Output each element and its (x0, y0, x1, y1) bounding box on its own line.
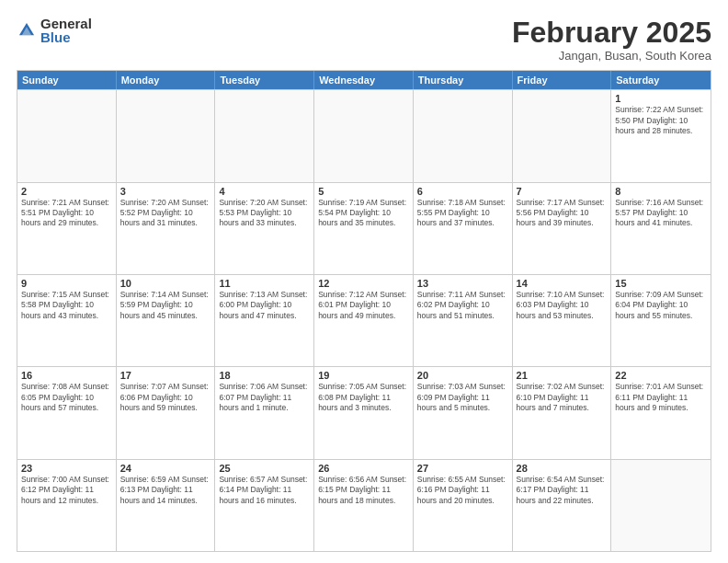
day-number: 1 (615, 93, 707, 104)
day-info: Sunrise: 7:22 AM Sunset: 5:50 PM Dayligh… (615, 105, 707, 136)
day-number: 18 (219, 370, 310, 381)
calendar-cell: 2Sunrise: 7:21 AM Sunset: 5:51 PM Daylig… (17, 183, 117, 274)
calendar-cell (513, 90, 612, 181)
day-info: Sunrise: 7:10 AM Sunset: 6:03 PM Dayligh… (517, 290, 608, 321)
day-info: Sunrise: 7:07 AM Sunset: 6:06 PM Dayligh… (120, 382, 211, 413)
location: Jangan, Busan, South Korea (512, 49, 711, 63)
calendar-cell: 10Sunrise: 7:14 AM Sunset: 5:59 PM Dayli… (117, 275, 216, 366)
calendar: SundayMondayTuesdayWednesdayThursdayFrid… (17, 70, 711, 552)
day-number: 10 (120, 278, 211, 289)
day-number: 12 (318, 278, 409, 289)
weekday-header: Monday (117, 71, 216, 89)
calendar-cell: 8Sunrise: 7:16 AM Sunset: 5:57 PM Daylig… (611, 183, 711, 274)
day-info: Sunrise: 7:08 AM Sunset: 6:05 PM Dayligh… (21, 382, 112, 413)
day-info: Sunrise: 7:13 AM Sunset: 6:00 PM Dayligh… (219, 290, 310, 321)
calendar-cell: 25Sunrise: 6:57 AM Sunset: 6:14 PM Dayli… (215, 460, 314, 551)
weekday-header: Friday (513, 71, 612, 89)
calendar-cell: 5Sunrise: 7:19 AM Sunset: 5:54 PM Daylig… (314, 183, 414, 274)
day-info: Sunrise: 7:16 AM Sunset: 5:57 PM Dayligh… (615, 198, 707, 229)
day-number: 19 (318, 370, 409, 381)
header-right: February 2025 Jangan, Busan, South Korea (512, 17, 711, 63)
day-number: 26 (318, 463, 409, 474)
calendar-cell: 27Sunrise: 6:55 AM Sunset: 6:16 PM Dayli… (414, 460, 513, 551)
calendar-cell: 14Sunrise: 7:10 AM Sunset: 6:03 PM Dayli… (513, 275, 612, 366)
day-number: 20 (417, 370, 508, 381)
day-info: Sunrise: 6:59 AM Sunset: 6:13 PM Dayligh… (120, 475, 211, 506)
calendar-cell (414, 90, 513, 181)
day-number: 11 (219, 278, 310, 289)
day-number: 8 (615, 186, 707, 197)
month-title: February 2025 (512, 17, 711, 49)
day-info: Sunrise: 7:11 AM Sunset: 6:02 PM Dayligh… (417, 290, 508, 321)
logo-text: General Blue (40, 17, 92, 44)
calendar-cell: 19Sunrise: 7:05 AM Sunset: 6:08 PM Dayli… (314, 367, 414, 458)
day-number: 5 (318, 186, 409, 197)
page: General Blue February 2025 Jangan, Busan… (0, 0, 728, 563)
day-number: 21 (517, 370, 608, 381)
calendar-cell: 12Sunrise: 7:12 AM Sunset: 6:01 PM Dayli… (314, 275, 414, 366)
calendar-cell: 20Sunrise: 7:03 AM Sunset: 6:09 PM Dayli… (414, 367, 513, 458)
day-number: 27 (417, 463, 508, 474)
calendar-cell: 22Sunrise: 7:01 AM Sunset: 6:11 PM Dayli… (611, 367, 711, 458)
calendar-cell: 13Sunrise: 7:11 AM Sunset: 6:02 PM Dayli… (414, 275, 513, 366)
day-info: Sunrise: 7:17 AM Sunset: 5:56 PM Dayligh… (517, 198, 608, 229)
day-number: 17 (120, 370, 211, 381)
calendar-cell: 1Sunrise: 7:22 AM Sunset: 5:50 PM Daylig… (611, 90, 711, 181)
calendar-cell: 21Sunrise: 7:02 AM Sunset: 6:10 PM Dayli… (513, 367, 612, 458)
calendar-cell (611, 460, 711, 551)
calendar-row: 9Sunrise: 7:15 AM Sunset: 5:58 PM Daylig… (17, 274, 711, 366)
calendar-cell: 18Sunrise: 7:06 AM Sunset: 6:07 PM Dayli… (215, 367, 314, 458)
weekday-header: Saturday (611, 71, 711, 89)
calendar-cell (314, 90, 414, 181)
day-number: 4 (219, 186, 310, 197)
day-number: 22 (615, 370, 707, 381)
day-info: Sunrise: 6:55 AM Sunset: 6:16 PM Dayligh… (417, 475, 508, 506)
day-info: Sunrise: 7:18 AM Sunset: 5:55 PM Dayligh… (417, 198, 508, 229)
day-number: 16 (21, 370, 112, 381)
day-info: Sunrise: 7:20 AM Sunset: 5:53 PM Dayligh… (219, 198, 310, 229)
day-number: 6 (417, 186, 508, 197)
day-number: 24 (120, 463, 211, 474)
day-info: Sunrise: 7:21 AM Sunset: 5:51 PM Dayligh… (21, 198, 112, 229)
calendar-cell: 15Sunrise: 7:09 AM Sunset: 6:04 PM Dayli… (611, 275, 711, 366)
day-number: 14 (517, 278, 608, 289)
weekday-header: Thursday (414, 71, 513, 89)
day-number: 25 (219, 463, 310, 474)
day-number: 23 (21, 463, 112, 474)
calendar-cell: 3Sunrise: 7:20 AM Sunset: 5:52 PM Daylig… (117, 183, 216, 274)
logo-icon (17, 20, 37, 40)
day-info: Sunrise: 7:09 AM Sunset: 6:04 PM Dayligh… (615, 290, 707, 321)
calendar-row: 16Sunrise: 7:08 AM Sunset: 6:05 PM Dayli… (17, 366, 711, 458)
calendar-cell: 24Sunrise: 6:59 AM Sunset: 6:13 PM Dayli… (117, 460, 216, 551)
weekday-header: Sunday (17, 71, 117, 89)
day-number: 9 (21, 278, 112, 289)
calendar-body: 1Sunrise: 7:22 AM Sunset: 5:50 PM Daylig… (17, 89, 711, 551)
day-info: Sunrise: 7:03 AM Sunset: 6:09 PM Dayligh… (417, 382, 508, 413)
calendar-cell: 6Sunrise: 7:18 AM Sunset: 5:55 PM Daylig… (414, 183, 513, 274)
weekday-header: Wednesday (314, 71, 414, 89)
day-info: Sunrise: 7:01 AM Sunset: 6:11 PM Dayligh… (615, 382, 707, 413)
calendar-cell: 16Sunrise: 7:08 AM Sunset: 6:05 PM Dayli… (17, 367, 117, 458)
day-info: Sunrise: 7:15 AM Sunset: 5:58 PM Dayligh… (21, 290, 112, 321)
calendar-header: SundayMondayTuesdayWednesdayThursdayFrid… (17, 71, 711, 89)
day-info: Sunrise: 6:57 AM Sunset: 6:14 PM Dayligh… (219, 475, 310, 506)
day-number: 13 (417, 278, 508, 289)
day-info: Sunrise: 7:20 AM Sunset: 5:52 PM Dayligh… (120, 198, 211, 229)
day-info: Sunrise: 7:14 AM Sunset: 5:59 PM Dayligh… (120, 290, 211, 321)
day-info: Sunrise: 7:19 AM Sunset: 5:54 PM Dayligh… (318, 198, 409, 229)
day-number: 28 (517, 463, 608, 474)
day-info: Sunrise: 6:54 AM Sunset: 6:17 PM Dayligh… (517, 475, 608, 506)
day-info: Sunrise: 7:05 AM Sunset: 6:08 PM Dayligh… (318, 382, 409, 413)
calendar-cell: 17Sunrise: 7:07 AM Sunset: 6:06 PM Dayli… (117, 367, 216, 458)
day-info: Sunrise: 7:00 AM Sunset: 6:12 PM Dayligh… (21, 475, 112, 506)
day-info: Sunrise: 7:06 AM Sunset: 6:07 PM Dayligh… (219, 382, 310, 413)
day-info: Sunrise: 6:56 AM Sunset: 6:15 PM Dayligh… (318, 475, 409, 506)
day-number: 2 (21, 186, 112, 197)
day-info: Sunrise: 7:02 AM Sunset: 6:10 PM Dayligh… (517, 382, 608, 413)
logo: General Blue (17, 17, 92, 44)
calendar-cell: 26Sunrise: 6:56 AM Sunset: 6:15 PM Dayli… (314, 460, 414, 551)
calendar-cell (17, 90, 117, 181)
calendar-cell: 28Sunrise: 6:54 AM Sunset: 6:17 PM Dayli… (513, 460, 612, 551)
logo-blue-text: Blue (40, 30, 92, 44)
calendar-cell (117, 90, 216, 181)
